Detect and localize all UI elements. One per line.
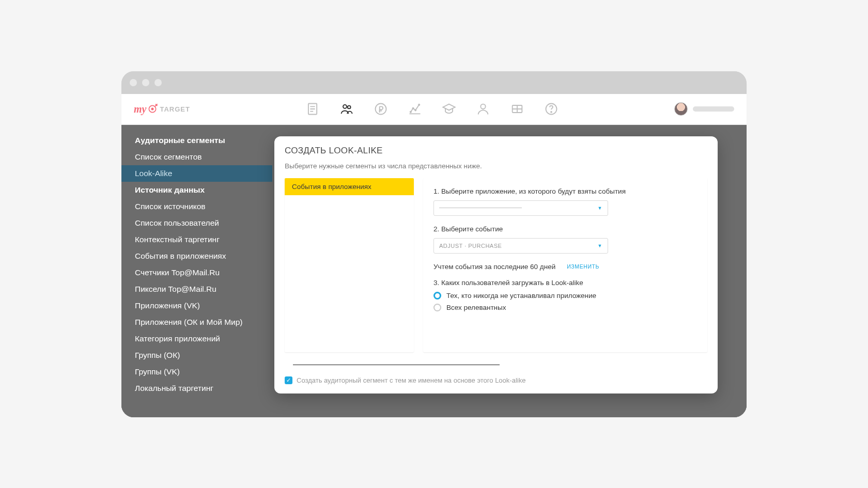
source-list-pane: События в приложениях xyxy=(285,178,414,352)
sidebar-item-groups-ok[interactable]: Группы (ОК) xyxy=(121,347,272,364)
source-tab-app-events[interactable]: События в приложениях xyxy=(285,178,414,195)
logo[interactable]: my TARGET xyxy=(134,103,190,115)
sidebar-item-context-targeting[interactable]: Контекстный таргетинг xyxy=(121,231,272,248)
svg-point-1 xyxy=(152,108,153,109)
sidebar-item-apps-vk[interactable]: Приложения (VK) xyxy=(121,297,272,314)
period-text: Учтем события за последние 60 дней xyxy=(433,263,555,271)
sidebar-item-local-targeting[interactable]: Локальный таргетинг xyxy=(121,380,272,397)
period-row: Учтем события за последние 60 дней ИЗМЕН… xyxy=(433,263,697,271)
window-dot-minimize[interactable] xyxy=(142,79,149,86)
sidebar-item-segments-list[interactable]: Список сегментов xyxy=(121,149,272,165)
event-select[interactable]: ADJUST · PURCHASE ▼ xyxy=(433,238,608,254)
chevron-down-icon: ▼ xyxy=(598,243,602,248)
sidebar-item-counters-topmail[interactable]: Счетчики Top@Mail.Ru xyxy=(121,264,272,281)
sidebar-item-pixels-topmail[interactable]: Пиксели Top@Mail.Ru xyxy=(121,281,272,297)
app-frame: my TARGET xyxy=(121,94,747,417)
lookalike-name-input[interactable] xyxy=(293,365,500,365)
config-pane: 1. Выберите приложение, из которого буду… xyxy=(423,178,707,352)
change-period-link[interactable]: ИЗМЕНИТЬ xyxy=(567,263,599,270)
sidebar-item-app-category[interactable]: Категория приложений xyxy=(121,330,272,347)
avatar xyxy=(674,102,688,116)
step3-label: 3. Каких пользователей загружать в Look-… xyxy=(433,279,697,287)
app-select-placeholder xyxy=(439,208,522,208)
campaigns-icon[interactable] xyxy=(305,101,320,117)
create-segment-checkbox-row[interactable]: ✓ Создать аудиторный сегмент с тем же им… xyxy=(285,376,707,384)
help-icon[interactable] xyxy=(544,101,559,117)
create-lookalike-modal: СОЗДАТЬ LOOK-ALIKE Выберите нужные сегме… xyxy=(274,136,718,393)
sidebar-heading-datasource: Источник данных xyxy=(121,182,272,198)
sidebar-item-apps-ok-mm[interactable]: Приложения (ОК и Мой Мир) xyxy=(121,314,272,330)
sidebar-item-app-events[interactable]: События в приложениях xyxy=(121,248,272,264)
app-select[interactable]: ▼ xyxy=(433,200,608,216)
modal-title: СОЗДАТЬ LOOK-ALIKE xyxy=(285,146,707,156)
sidebar: Аудиторные сегменты Список сегментов Loo… xyxy=(121,125,272,417)
logo-second: TARGET xyxy=(160,105,190,113)
modal-footer: ✓ Создать аудиторный сегмент с тем же им… xyxy=(285,359,707,384)
svg-point-3 xyxy=(343,105,347,108)
user-name-placeholder xyxy=(693,106,734,112)
user-area[interactable] xyxy=(674,102,734,116)
grid-icon[interactable] xyxy=(509,101,525,117)
audiences-icon[interactable] xyxy=(339,101,354,117)
event-select-value: ADJUST · PURCHASE xyxy=(439,243,502,249)
sidebar-item-look-alike[interactable]: Look-Alike xyxy=(121,165,272,182)
profile-icon[interactable] xyxy=(475,101,491,117)
target-icon xyxy=(147,104,158,114)
step1-label: 1. Выберите приложение, из которого буду… xyxy=(433,187,697,195)
sidebar-heading-audience: Аудиторные сегменты xyxy=(121,132,272,149)
billing-icon[interactable] xyxy=(373,101,389,117)
radio-label-1: Тех, кто никогда не устанавливал приложе… xyxy=(446,292,596,300)
nav-icons xyxy=(194,101,670,117)
sidebar-item-groups-vk[interactable]: Группы (VK) xyxy=(121,364,272,380)
browser-chrome xyxy=(121,71,747,94)
sidebar-item-sources-list[interactable]: Список источников xyxy=(121,198,272,215)
radio-all-relevant[interactable]: Всех релевантных xyxy=(433,304,697,311)
radio-never-installed[interactable]: Тех, кто никогда не устанавливал приложе… xyxy=(433,292,697,300)
sidebar-item-users-list[interactable]: Список пользователей xyxy=(121,215,272,231)
chevron-down-icon: ▼ xyxy=(598,206,602,211)
svg-point-10 xyxy=(481,104,486,109)
education-icon[interactable] xyxy=(441,101,457,117)
modal-body: События в приложениях 1. Выберите прилож… xyxy=(285,178,707,352)
radio-label-2: Всех релевантных xyxy=(446,304,506,311)
checkbox-label: Создать аудиторный сегмент с тем же имен… xyxy=(297,376,525,384)
svg-point-4 xyxy=(348,106,351,109)
step2-label: 2. Выберите событие xyxy=(433,225,697,233)
radio-icon xyxy=(433,292,441,300)
statistics-icon[interactable] xyxy=(407,101,423,117)
svg-point-13 xyxy=(551,112,552,113)
logo-first: my xyxy=(134,103,146,115)
checkbox-icon: ✓ xyxy=(285,376,292,384)
topbar: my TARGET xyxy=(121,94,747,125)
browser-window: my TARGET xyxy=(121,71,747,417)
window-dot-close[interactable] xyxy=(130,79,137,86)
modal-subtitle: Выберите нужные сегменты из числа предст… xyxy=(285,162,707,170)
window-dot-maximize[interactable] xyxy=(154,79,162,86)
svg-point-5 xyxy=(376,104,386,115)
radio-icon xyxy=(433,304,441,311)
